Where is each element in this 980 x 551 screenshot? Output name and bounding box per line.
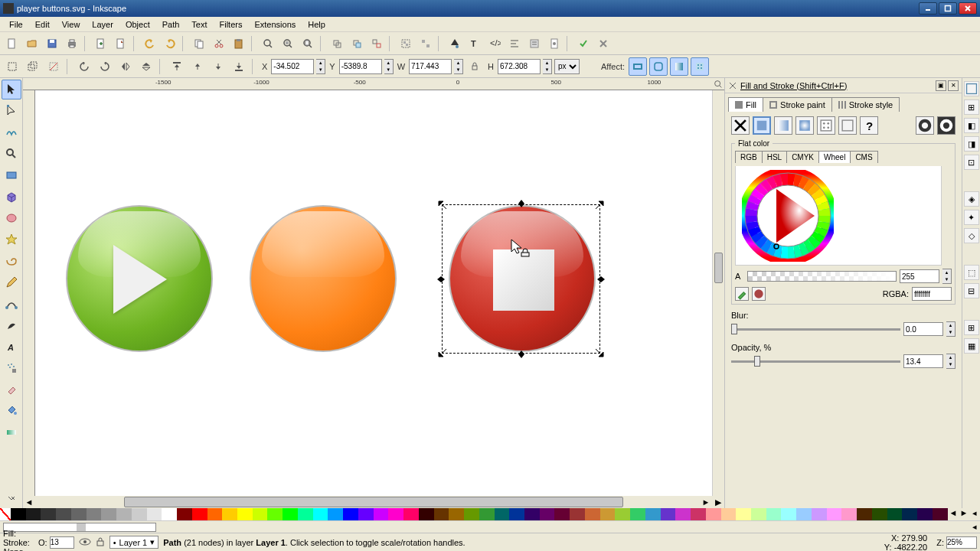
palette-swatch[interactable] — [615, 508, 630, 520]
palette-swatch[interactable] — [570, 508, 585, 520]
rgba-input[interactable] — [912, 287, 952, 301]
rotate-ccw-button[interactable] — [75, 57, 93, 76]
affect-gradient-button[interactable] — [670, 57, 688, 76]
align-dialog-button[interactable] — [505, 34, 524, 53]
blur-spinner[interactable]: ▲▼ — [946, 321, 956, 337]
eyedropper-button[interactable] — [735, 287, 749, 301]
dock-btn-2[interactable]: ⊞ — [964, 99, 979, 115]
paintbucket-tool[interactable] — [2, 401, 21, 421]
palette-swatch[interactable] — [630, 508, 645, 520]
color-wheel[interactable] — [735, 166, 942, 266]
eraser-tool[interactable] — [2, 380, 21, 399]
panel-detach-button[interactable]: ▣ — [936, 80, 946, 91]
cms-toggle-button[interactable] — [752, 287, 766, 301]
pattern-button[interactable] — [817, 116, 835, 135]
menu-layer[interactable]: Layer — [86, 18, 119, 31]
fill-rule-nonzero-button[interactable] — [937, 116, 956, 135]
menu-view[interactable]: View — [56, 18, 87, 31]
palette-swatch[interactable] — [933, 508, 948, 520]
new-file-button[interactable] — [3, 34, 21, 53]
palette-swatch[interactable] — [495, 508, 510, 520]
handle-w-icon[interactable] — [436, 275, 446, 284]
x-input[interactable] — [271, 59, 314, 74]
colortab-wheel[interactable]: Wheel — [818, 151, 851, 163]
fill-rule-evenodd-button[interactable] — [916, 116, 934, 135]
dock-snap-button[interactable] — [964, 81, 979, 96]
palette-scroll-left[interactable]: ◄ — [948, 508, 959, 520]
dock-btn-3[interactable]: ◧ — [964, 118, 979, 133]
dock-btn-9[interactable]: ⬚ — [964, 265, 979, 280]
h-input[interactable] — [498, 59, 541, 74]
minimize-button[interactable] — [919, 2, 937, 15]
palette-swatch[interactable] — [56, 508, 71, 520]
palette-swatch[interactable] — [419, 508, 434, 520]
palette-swatch[interactable] — [796, 508, 812, 520]
blur-input[interactable] — [903, 322, 943, 336]
w-spinner[interactable]: ▲▼ — [454, 59, 463, 74]
palette-swatch[interactable] — [841, 508, 857, 520]
dock-btn-7[interactable]: ✦ — [964, 210, 979, 225]
horizontal-scrollbar[interactable]: ◄►▶ — [23, 496, 724, 508]
zoom-tool[interactable] — [2, 144, 21, 164]
raise-top-button[interactable] — [168, 57, 186, 76]
palette-swatch[interactable] — [887, 508, 903, 520]
tab-stroke-style[interactable]: Stroke style — [831, 97, 900, 112]
alpha-spinner[interactable]: ▲▼ — [942, 269, 952, 284]
rect-tool[interactable] — [2, 165, 21, 185]
layer-selector[interactable]: •Layer 1▾ — [109, 536, 159, 549]
palette-swatch[interactable] — [766, 508, 782, 520]
canvas[interactable] — [35, 90, 712, 496]
gradient-tool[interactable] — [2, 422, 21, 442]
node-tool[interactable] — [2, 101, 21, 121]
palette-swatch[interactable] — [87, 508, 102, 520]
palette-swatch[interactable] — [162, 508, 177, 520]
zoom-icon[interactable] — [712, 78, 724, 90]
opacity-slider[interactable] — [731, 354, 900, 368]
menu-edit[interactable]: Edit — [29, 18, 56, 31]
menu-extensions[interactable]: Extensions — [248, 18, 302, 31]
palette-swatch[interactable] — [358, 508, 374, 520]
colortab-rgb[interactable]: RGB — [735, 151, 763, 163]
alpha-input[interactable] — [900, 269, 939, 283]
palette-swatch[interactable] — [691, 508, 706, 520]
expand-toolbox-button[interactable] — [2, 488, 21, 508]
tweak-tool[interactable] — [2, 122, 21, 142]
menu-help[interactable]: Help — [302, 18, 332, 31]
palette-menu[interactable]: ◂ — [969, 508, 980, 520]
palette-swatch[interactable] — [328, 508, 343, 520]
open-file-button[interactable] — [23, 34, 41, 53]
duplicate-button[interactable] — [328, 34, 346, 53]
close-button[interactable] — [959, 2, 977, 15]
flip-h-button[interactable] — [116, 57, 135, 76]
calligraphy-tool[interactable] — [2, 315, 21, 335]
lower-button[interactable] — [209, 57, 227, 76]
affect-pattern-button[interactable] — [691, 57, 709, 76]
palette-nocolor[interactable] — [0, 508, 11, 520]
colortab-cms[interactable]: CMS — [850, 151, 877, 163]
menu-object[interactable]: Object — [119, 18, 156, 31]
vertical-scrollbar[interactable] — [712, 90, 724, 496]
zoom-page-button[interactable] — [299, 34, 317, 53]
xml-editor-button[interactable]: </> — [485, 34, 504, 53]
print-button[interactable] — [63, 34, 81, 53]
star-tool[interactable] — [2, 230, 21, 249]
palette-swatch[interactable] — [479, 508, 495, 520]
opacity-input[interactable] — [903, 354, 943, 368]
palette-swatch[interactable] — [827, 508, 842, 520]
handle-sw-icon[interactable] — [438, 348, 447, 357]
handle-n-icon[interactable] — [517, 199, 526, 208]
dock-btn-12[interactable]: ▦ — [964, 338, 979, 354]
play-button-shape[interactable] — [66, 205, 213, 352]
rotate-cw-button[interactable] — [96, 57, 114, 76]
deselect-button[interactable] — [44, 57, 63, 76]
palette-swatch[interactable] — [237, 508, 253, 520]
preferences-button[interactable] — [525, 34, 544, 53]
document-prefs-button[interactable] — [545, 34, 564, 53]
colortab-cmyk[interactable]: CMYK — [786, 151, 819, 163]
tab-fill[interactable]: Fill — [728, 97, 763, 112]
y-input[interactable] — [339, 59, 382, 74]
dock-btn-8[interactable]: ◇ — [964, 228, 979, 243]
palette-swatch[interactable] — [403, 508, 419, 520]
palette-swatch[interactable] — [751, 508, 766, 520]
radial-gradient-button[interactable] — [795, 116, 814, 135]
